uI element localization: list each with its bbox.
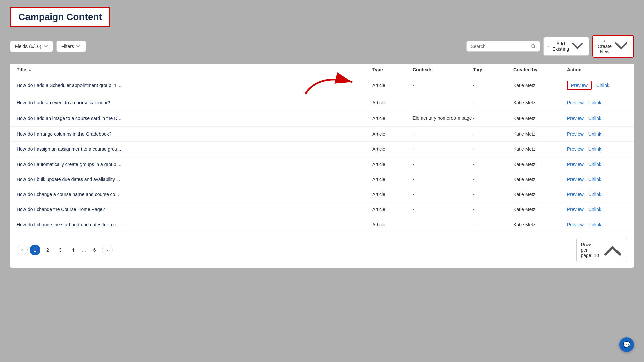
pagination-page-2[interactable]: 2 — [42, 245, 53, 255]
cell-action: Preview Unlink — [567, 222, 627, 227]
pagination-page-1[interactable]: 1 — [30, 245, 40, 255]
fields-dropdown[interactable]: Fields (6/16) — [10, 41, 53, 52]
svg-rect-1 — [549, 46, 550, 47]
cell-contexts: - — [413, 100, 473, 105]
cell-type: Article — [372, 131, 413, 137]
table-row: How do I change a course name and course… — [10, 187, 634, 202]
cell-title: How do I change the start and end dates … — [17, 222, 372, 227]
toolbar: Fields (6/16) Filters — [10, 35, 634, 58]
rows-per-page-dropdown[interactable]: Rows per page: 10 — [576, 238, 627, 263]
preview-link[interactable]: Preview — [567, 192, 584, 197]
cell-tags: - — [473, 207, 513, 212]
cell-contexts: - — [413, 222, 473, 227]
search-icon — [531, 44, 536, 49]
cell-type: Article — [372, 222, 413, 227]
pagination-prev[interactable]: ‹ — [17, 245, 28, 255]
cell-action: Preview Unlink — [567, 162, 627, 167]
cell-tags: - — [473, 116, 513, 121]
unlink-link[interactable]: Unlink — [588, 131, 601, 137]
chevron-down-icon-2 — [76, 44, 81, 49]
table-row: How do I automatically create groups in … — [10, 157, 634, 172]
cell-action: Preview Unlink — [567, 131, 627, 137]
table-row: How do I arrange columns in the Gradeboo… — [10, 127, 634, 142]
page-title-box: Campaign Content — [10, 7, 110, 27]
chat-bubble[interactable]: 💬 — [619, 337, 634, 352]
pagination-next[interactable]: › — [102, 245, 113, 255]
content-table: Title ▲ Type Contexts Tags Created by Ac… — [10, 64, 634, 268]
search-input[interactable] — [471, 44, 528, 49]
unlink-link[interactable]: Unlink — [588, 162, 601, 167]
preview-link[interactable]: Preview — [567, 207, 584, 212]
table-row: How do I add a Scheduler appointment gro… — [10, 76, 634, 95]
cell-contexts: - — [413, 162, 473, 167]
search-box[interactable] — [466, 41, 540, 52]
page-title: Campaign Content — [18, 12, 102, 22]
cell-contexts: - — [413, 131, 473, 137]
col-contexts: Contexts — [413, 67, 473, 72]
pagination-page-3[interactable]: 3 — [55, 245, 66, 255]
table-body: How do I add a Scheduler appointment gro… — [10, 76, 634, 232]
filters-dropdown[interactable]: Filters — [56, 41, 86, 52]
cell-title: How do I add a Scheduler appointment gro… — [17, 83, 372, 88]
cell-type: Article — [372, 100, 413, 105]
pagination-dots: ... — [80, 247, 87, 253]
cell-contexts: - — [413, 207, 473, 212]
sort-icon[interactable]: ▲ — [28, 68, 32, 72]
cell-action: Preview Unlink — [567, 81, 627, 90]
unlink-link[interactable]: Unlink — [588, 192, 601, 197]
table-row: How do I bulk update due dates and avail… — [10, 172, 634, 187]
unlink-link[interactable]: Unlink — [588, 146, 601, 152]
preview-link[interactable]: Preview — [567, 100, 584, 105]
unlink-link[interactable]: Unlink — [588, 100, 601, 105]
table-row: How do I add an image to a course card i… — [10, 110, 634, 127]
unlink-link[interactable]: Unlink — [588, 222, 601, 227]
table-header: Title ▲ Type Contexts Tags Created by Ac… — [10, 64, 634, 76]
preview-link[interactable]: Preview — [567, 177, 584, 182]
cell-created-by: Katie Metz — [513, 83, 567, 88]
col-type: Type — [372, 67, 413, 72]
folder-icon — [548, 44, 550, 49]
unlink-link[interactable]: Unlink — [588, 207, 601, 212]
preview-link[interactable]: Preview — [567, 222, 584, 227]
cell-tags: - — [473, 146, 513, 152]
preview-link[interactable]: Preview — [567, 116, 584, 121]
chevron-down-icon-3 — [571, 40, 584, 53]
cell-action: Preview Unlink — [567, 207, 627, 212]
create-new-button[interactable]: + Create New — [592, 35, 634, 58]
cell-contexts: - — [413, 83, 473, 88]
cell-title: How do I change the Course Home Page? — [17, 207, 372, 212]
cell-contexts: - — [413, 146, 473, 152]
cell-contexts: - — [413, 192, 473, 197]
preview-link[interactable]: Preview — [567, 81, 592, 90]
pagination-page-6[interactable]: 6 — [89, 245, 100, 255]
cell-type: Article — [372, 207, 413, 212]
col-created-by: Created by — [513, 67, 567, 72]
add-existing-button[interactable]: Add Existing — [543, 37, 589, 56]
cell-type: Article — [372, 177, 413, 182]
table-row: How do I add an event to a course calend… — [10, 95, 634, 110]
cell-title: How do I automatically create groups in … — [17, 162, 372, 167]
cell-title: How do I add an event to a course calend… — [17, 100, 372, 105]
cell-action: Preview Unlink — [567, 100, 627, 105]
preview-link[interactable]: Preview — [567, 146, 584, 152]
filters-label: Filters — [61, 44, 74, 49]
cell-contexts: - — [413, 177, 473, 182]
cell-created-by: Katie Metz — [513, 146, 567, 152]
cell-title: How do I bulk update due dates and avail… — [17, 177, 372, 182]
pagination-page-4[interactable]: 4 — [68, 245, 78, 255]
chevron-down-icon-4 — [614, 39, 629, 54]
unlink-link[interactable]: Unlink — [588, 116, 601, 121]
cell-title: How do I add an image to a course card i… — [17, 116, 372, 121]
toolbar-left: Fields (6/16) Filters — [10, 41, 86, 52]
preview-link[interactable]: Preview — [567, 162, 584, 167]
cell-type: Article — [372, 83, 413, 88]
create-new-label: + Create New — [598, 38, 612, 54]
unlink-link[interactable]: Unlink — [596, 83, 609, 88]
chevron-up-icon — [602, 240, 623, 260]
preview-link[interactable]: Preview — [567, 131, 584, 137]
cell-tags: - — [473, 192, 513, 197]
cell-action: Preview Unlink — [567, 116, 627, 121]
unlink-link[interactable]: Unlink — [588, 177, 601, 182]
cell-action: Preview Unlink — [567, 177, 627, 182]
cell-created-by: Katie Metz — [513, 207, 567, 212]
